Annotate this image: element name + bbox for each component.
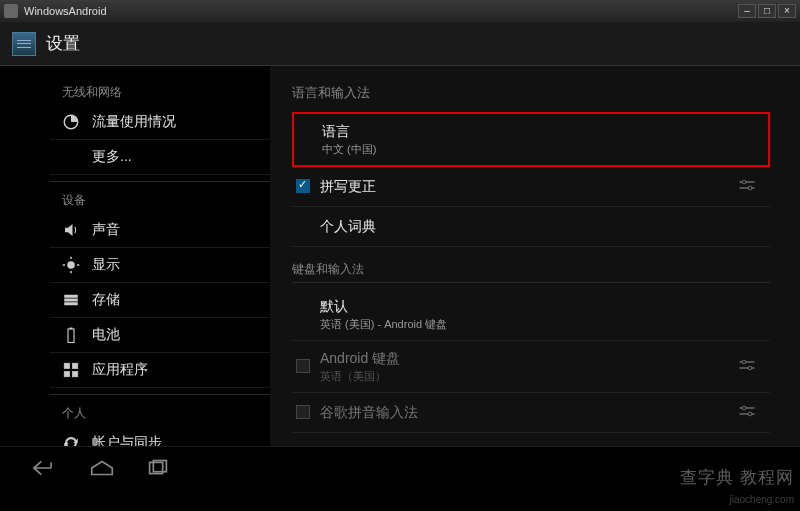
window-title: WindowsAndroid [24, 5, 107, 17]
svg-point-35 [748, 412, 752, 416]
svg-rect-10 [70, 328, 73, 330]
sidebar-item-apps[interactable]: 应用程序 [50, 353, 270, 388]
row-title: 个人词典 [320, 217, 762, 237]
nav-home-button[interactable] [88, 459, 116, 477]
sidebar-item-label: 电池 [92, 326, 120, 344]
sync-icon [62, 434, 80, 446]
window-maximize-button[interactable]: □ [758, 4, 776, 18]
section-personal: 个人 [50, 401, 270, 426]
svg-point-1 [67, 261, 75, 269]
svg-rect-8 [64, 302, 78, 305]
row-subtitle: 英语 (美国) - Android 键盘 [320, 317, 762, 332]
svg-rect-13 [64, 372, 69, 377]
battery-icon [62, 326, 80, 344]
sidebar-item-accounts-sync[interactable]: 帐户与同步 [50, 426, 270, 446]
row-android-keyboard[interactable]: Android 键盘 英语（美国） [292, 341, 770, 393]
window-close-button[interactable]: × [778, 4, 796, 18]
android-navbar [0, 446, 800, 488]
svg-rect-12 [73, 363, 78, 368]
sidebar-item-label: 应用程序 [92, 361, 148, 379]
row-title: 拼写更正 [320, 177, 738, 197]
row-spell-check[interactable]: 拼写更正 [292, 167, 770, 207]
sound-icon [62, 221, 80, 239]
divider [50, 181, 270, 182]
svg-point-26 [742, 180, 746, 184]
storage-icon [62, 291, 80, 309]
settings-slider-icon[interactable] [738, 404, 762, 421]
sidebar-item-label: 流量使用情况 [92, 113, 176, 131]
checkbox-icon[interactable] [296, 405, 310, 419]
row-title: 语言 [322, 122, 760, 142]
sidebar-item-display[interactable]: 显示 [50, 248, 270, 283]
svg-rect-11 [64, 363, 69, 368]
row-subtitle: 中文 (中国) [322, 142, 760, 157]
window-minimize-button[interactable]: – [738, 4, 756, 18]
sidebar-item-storage[interactable]: 存储 [50, 283, 270, 318]
row-title: 谷歌拼音输入法 [320, 403, 738, 423]
section-device: 设备 [50, 188, 270, 213]
sidebar-item-label: 更多... [92, 148, 132, 166]
settings-icon [12, 32, 36, 56]
svg-rect-6 [64, 295, 78, 298]
section-wireless: 无线和网络 [50, 80, 270, 105]
app-title: 设置 [46, 32, 80, 55]
content-pane: 语言和输入法 语言 中文 (中国) 拼写更正 个人词典 [270, 66, 800, 446]
row-subtitle: 英语（美国） [320, 369, 738, 384]
svg-point-30 [742, 360, 746, 364]
watermark-url: jiaocheng.com [730, 494, 794, 505]
apps-icon [62, 361, 80, 379]
row-language[interactable]: 语言 中文 (中国) [292, 112, 770, 167]
sidebar-item-battery[interactable]: 电池 [50, 318, 270, 353]
sidebar-item-sound[interactable]: 声音 [50, 213, 270, 248]
row-title: 默认 [320, 297, 762, 317]
sidebar-item-more[interactable]: 更多... [50, 140, 270, 175]
display-icon [62, 256, 80, 274]
svg-rect-9 [68, 329, 74, 343]
settings-slider-icon[interactable] [738, 358, 762, 375]
checkbox-icon [296, 359, 310, 373]
row-title: Android 键盘 [320, 349, 738, 369]
group-keyboard: 键盘和输入法 [292, 261, 770, 283]
sidebar-item-data-usage[interactable]: 流量使用情况 [50, 105, 270, 140]
svg-rect-14 [73, 372, 78, 377]
nav-recent-button[interactable] [144, 459, 172, 477]
row-default-ime[interactable]: 默认 英语 (美国) - Android 键盘 [292, 289, 770, 341]
sidebar-item-label: 存储 [92, 291, 120, 309]
sidebar-item-label: 声音 [92, 221, 120, 239]
settings-slider-icon[interactable] [738, 178, 762, 195]
sidebar-item-label: 显示 [92, 256, 120, 274]
svg-point-34 [742, 406, 746, 410]
row-personal-dictionary[interactable]: 个人词典 [292, 207, 770, 247]
svg-point-31 [748, 366, 752, 370]
checkbox-icon[interactable] [296, 179, 310, 193]
data-usage-icon [62, 113, 80, 131]
nav-back-button[interactable] [32, 459, 60, 477]
row-google-pinyin[interactable]: 谷歌拼音输入法 [292, 393, 770, 433]
svg-rect-7 [64, 299, 78, 302]
svg-point-27 [748, 186, 752, 190]
content-header: 语言和输入法 [292, 84, 770, 102]
window-app-icon [4, 4, 18, 18]
more-icon [62, 148, 80, 166]
sidebar-item-label: 帐户与同步 [92, 434, 162, 446]
sidebar: 无线和网络 流量使用情况 更多... 设备 声音 [0, 66, 270, 446]
divider [50, 394, 270, 395]
